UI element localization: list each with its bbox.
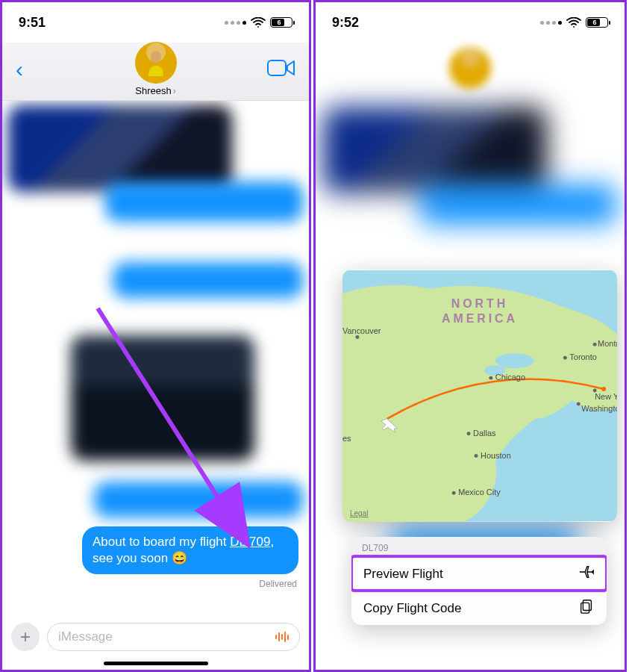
continent-label: AMERICA bbox=[442, 312, 518, 325]
cellular-icon bbox=[540, 21, 562, 25]
message-input[interactable]: iMessage bbox=[47, 623, 300, 651]
svg-text:es: es bbox=[342, 434, 351, 443]
svg-point-21 bbox=[475, 454, 478, 458]
status-time: 9:52 bbox=[332, 15, 359, 31]
phone-left: 9:51 6 ‹ Shreesh› bbox=[0, 0, 311, 672]
menu-item-label: Copy Flight Code bbox=[363, 601, 461, 616]
chevron-right-icon: › bbox=[173, 86, 176, 96]
airplane-icon bbox=[578, 564, 595, 584]
continent-label: NORTH bbox=[451, 297, 508, 310]
contact-name: Shreesh› bbox=[135, 85, 175, 96]
svg-text:New Yo: New Yo bbox=[595, 392, 617, 401]
svg-text:Dallas: Dallas bbox=[473, 429, 496, 438]
status-bar: 9:52 6 bbox=[316, 2, 625, 43]
conversation-header: ‹ Shreesh› bbox=[2, 43, 309, 101]
svg-point-11 bbox=[563, 356, 567, 360]
annotation-arrow bbox=[92, 302, 256, 549]
home-indicator[interactable] bbox=[104, 662, 208, 665]
contact-info[interactable]: Shreesh› bbox=[2, 42, 309, 96]
svg-rect-27 bbox=[581, 603, 589, 613]
wifi-icon bbox=[566, 17, 581, 28]
map-svg: NORTH AMERICA Vancouver Chicago Toronto … bbox=[342, 270, 617, 522]
status-time: 9:51 bbox=[19, 15, 46, 31]
svg-point-0 bbox=[151, 51, 161, 63]
preview-flight-item[interactable]: Preview Flight bbox=[351, 556, 607, 591]
svg-point-19 bbox=[467, 432, 471, 435]
message-placeholder: iMessage bbox=[58, 629, 113, 644]
battery-icon: 6 bbox=[270, 17, 292, 28]
battery-icon: 6 bbox=[586, 17, 608, 28]
apps-button[interactable]: + bbox=[11, 623, 40, 651]
svg-point-23 bbox=[452, 491, 456, 495]
context-menu: DL709 Preview Flight Copy Flight Code bbox=[351, 537, 607, 625]
wifi-icon bbox=[251, 17, 266, 28]
svg-point-13 bbox=[593, 343, 597, 346]
svg-point-4 bbox=[495, 353, 534, 368]
svg-text:Houston: Houston bbox=[481, 451, 511, 460]
svg-point-17 bbox=[577, 402, 581, 405]
svg-rect-26 bbox=[583, 600, 591, 611]
svg-text:Vancouver: Vancouver bbox=[342, 326, 381, 335]
status-bar: 9:51 6 bbox=[2, 2, 309, 43]
svg-text:Washingto: Washingto bbox=[581, 404, 617, 413]
phone-right: 9:52 6 NORTH AMERICA bbox=[313, 0, 627, 672]
copy-icon bbox=[578, 598, 595, 618]
menu-header: DL709 bbox=[351, 537, 607, 556]
flight-map-preview[interactable]: NORTH AMERICA Vancouver Chicago Toronto … bbox=[342, 270, 617, 522]
svg-text:Toronto: Toronto bbox=[569, 352, 596, 361]
audio-message-icon[interactable] bbox=[275, 632, 289, 642]
svg-line-2 bbox=[98, 308, 241, 534]
compose-bar: + iMessage bbox=[2, 619, 309, 655]
svg-text:Montr: Montr bbox=[598, 339, 617, 348]
cellular-icon bbox=[225, 21, 246, 25]
svg-text:Chicago: Chicago bbox=[495, 373, 525, 382]
delivered-label: Delivered bbox=[259, 579, 297, 589]
avatar bbox=[135, 42, 177, 84]
svg-point-6 bbox=[601, 387, 606, 391]
copy-flight-code-item[interactable]: Copy Flight Code bbox=[351, 591, 607, 625]
home-indicator[interactable] bbox=[418, 662, 522, 665]
conversation-body: About to board my flight DL 709, see you… bbox=[2, 101, 309, 671]
menu-item-label: Preview Flight bbox=[363, 567, 443, 582]
map-legal-link[interactable]: Legal bbox=[350, 509, 368, 517]
svg-point-7 bbox=[355, 335, 359, 339]
avatar bbox=[449, 47, 491, 89]
status-indicators: 6 bbox=[225, 17, 292, 28]
svg-text:Mexico City: Mexico City bbox=[458, 488, 501, 497]
status-indicators: 6 bbox=[540, 17, 608, 28]
svg-point-9 bbox=[489, 376, 492, 380]
